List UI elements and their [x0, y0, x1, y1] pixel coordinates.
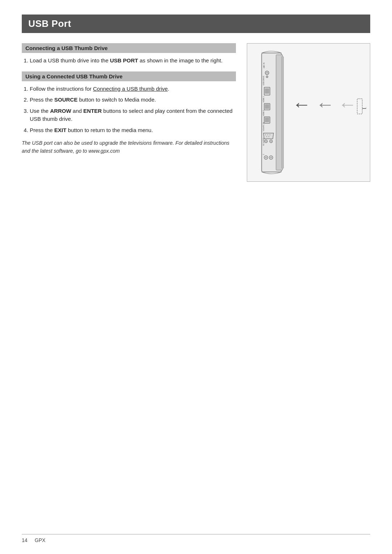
svg-point-24 — [269, 136, 269, 137]
section2-step4: Press the EXIT button to return to the m… — [30, 126, 236, 135]
connecting-link[interactable]: Connecting a USB thumb drive — [93, 86, 168, 92]
footer-page-number: 14 — [22, 537, 28, 543]
svg-text:⇀: ⇀ — [362, 104, 366, 112]
svg-marker-19 — [264, 133, 274, 139]
svg-text:←: ← — [292, 94, 311, 115]
svg-rect-17 — [265, 118, 269, 122]
svg-text:←: ← — [338, 94, 357, 115]
svg-text:VGA/PC IN: VGA/PC IN — [263, 122, 265, 131]
svg-point-20 — [265, 135, 266, 135]
page-title: USB Port — [28, 18, 364, 29]
tv-diagram: DC IN 12V USB DRIVE HDMI 1 — [247, 43, 370, 182]
svg-rect-38 — [357, 99, 362, 114]
svg-point-21 — [268, 135, 268, 135]
exit-label: EXIT — [54, 127, 66, 133]
section2-step3: Use the ARROW and ENTER buttons to selec… — [30, 107, 236, 123]
section2-step1: Follow the instructions for Connecting a… — [30, 85, 236, 93]
svg-point-32 — [265, 157, 267, 159]
section2-step2: Press the SOURCE button to switch to Med… — [30, 96, 236, 104]
svg-point-26 — [265, 141, 267, 142]
enter-label: ENTER — [83, 108, 102, 114]
section-connecting: Connecting a USB Thumb Drive Load a USB … — [22, 43, 236, 65]
svg-text:HDMI 1: HDMI 1 — [263, 96, 265, 102]
section1-header: Connecting a USB Thumb Drive — [22, 43, 236, 53]
section2-header: Using a Connected USB Thumb Drive — [22, 71, 236, 81]
svg-text:←: ← — [316, 94, 335, 115]
svg-text:USB DRIVE: USB DRIVE — [263, 75, 265, 85]
svg-rect-14 — [265, 104, 269, 109]
svg-point-23 — [266, 136, 267, 137]
svg-text:RC AUDIO: RC AUDIO — [263, 138, 265, 145]
arrow-label: ARROW — [50, 108, 71, 114]
svg-text:12V: 12V — [263, 66, 265, 68]
page-footer: 14 GPX — [22, 534, 370, 543]
section-using: Using a Connected USB Thumb Drive Follow… — [22, 71, 236, 155]
svg-point-8 — [267, 77, 268, 77]
usb-note: The USB port can also be used to upgrade… — [22, 139, 236, 155]
tv-diagram-svg: DC IN 12V USB DRIVE HDMI 1 — [251, 47, 366, 178]
footer-brand: GPX — [35, 537, 46, 543]
svg-point-6 — [266, 72, 268, 74]
svg-point-34 — [270, 157, 272, 159]
svg-point-22 — [270, 135, 270, 135]
svg-point-28 — [270, 141, 272, 142]
right-column: DC IN 12V USB DRIVE HDMI 1 — [247, 43, 370, 182]
page-content: USB Port Connecting a USB Thumb Drive Lo… — [0, 0, 392, 211]
title-bar: USB Port — [22, 15, 370, 33]
source-label: SOURCE — [54, 97, 78, 103]
svg-text:HDMI 2: HDMI 2 — [263, 110, 265, 116]
svg-rect-11 — [265, 88, 269, 94]
section1-step1: Load a USB thumb drive into the USB PORT… — [30, 57, 236, 65]
left-column: Connecting a USB Thumb Drive Load a USB … — [22, 43, 236, 155]
main-layout: Connecting a USB Thumb Drive Load a USB … — [22, 43, 370, 182]
section2-list: Follow the instructions for Connecting a… — [30, 85, 236, 135]
svg-rect-2 — [281, 57, 283, 168]
section1-list: Load a USB thumb drive into the USB PORT… — [30, 57, 236, 65]
usb-port-label: USB PORT — [110, 57, 138, 63]
